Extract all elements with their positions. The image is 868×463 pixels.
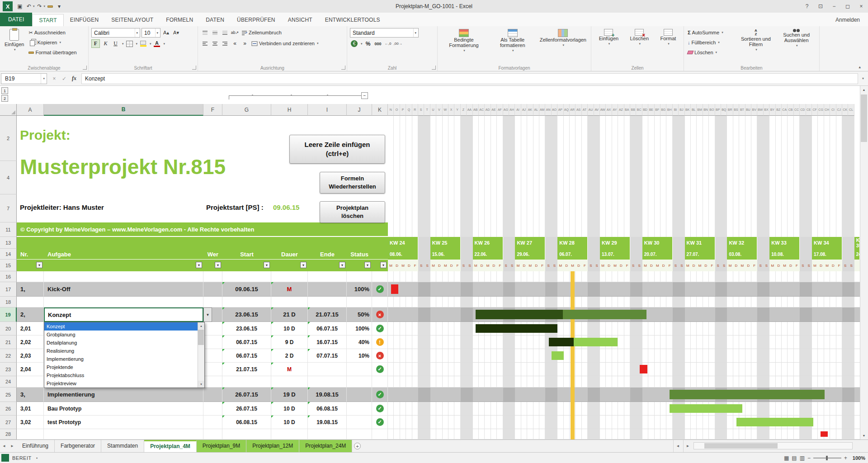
minimize-button[interactable]: −: [827, 0, 841, 13]
percent-style-icon[interactable]: %: [364, 39, 373, 48]
row-header-13[interactable]: 13: [0, 237, 17, 249]
dialog-launcher-icon[interactable]: [192, 66, 196, 70]
column-header-J[interactable]: J: [347, 104, 372, 116]
font-color-button[interactable]: A: [153, 39, 161, 48]
cell-K26[interactable]: ✓: [372, 402, 388, 416]
number-format-dropdown-icon[interactable]: ▾: [413, 28, 417, 37]
cell-H24[interactable]: [271, 376, 308, 387]
align-top-icon[interactable]: [201, 28, 209, 37]
excel-app-icon[interactable]: X: [3, 1, 13, 11]
zoom-slider[interactable]: [813, 458, 841, 458]
column-header-A[interactable]: A: [17, 104, 44, 116]
cell-G25[interactable]: 26.07.15: [222, 387, 271, 402]
autosum-dropdown-icon[interactable]: ▾: [722, 31, 723, 34]
cell-A24[interactable]: [17, 376, 44, 387]
select-all-button[interactable]: [0, 104, 17, 116]
filter-button-B[interactable]: ▼: [196, 262, 202, 268]
row-header-25[interactable]: 25: [0, 387, 17, 402]
vscroll-thumb[interactable]: [861, 94, 867, 142]
cell-I28[interactable]: [308, 429, 347, 439]
cell-A28[interactable]: [17, 429, 44, 439]
row-header-16[interactable]: 16: [0, 271, 17, 282]
insert-cells-dropdown-icon[interactable]: ▾: [609, 41, 610, 47]
underline-button[interactable]: U: [111, 39, 120, 48]
dialog-launcher-icon[interactable]: [83, 66, 87, 70]
cell-A20[interactable]: 2,01: [17, 322, 44, 335]
cell-H20[interactable]: 10 D: [271, 322, 308, 335]
sheet-tab-projektplan-12m[interactable]: Projektplan_12M: [246, 440, 299, 452]
ribbon-tab-datei[interactable]: DATEI: [0, 13, 32, 26]
view-page-break-icon[interactable]: ▥: [800, 455, 805, 461]
cell-J19[interactable]: 50%: [347, 307, 372, 322]
cell-H26[interactable]: 10 D: [271, 402, 308, 416]
filter-button-F[interactable]: ▼: [215, 262, 221, 268]
outline-level-1[interactable]: 1: [1, 87, 8, 94]
cell-H16[interactable]: [271, 271, 308, 282]
cell-H27[interactable]: 10 D: [271, 416, 308, 429]
cell-B17[interactable]: Kick-Off: [44, 282, 203, 297]
row-header-14[interactable]: 14: [0, 249, 17, 260]
cell-A21[interactable]: 2,02: [17, 335, 44, 349]
cell-G24[interactable]: [222, 376, 271, 387]
copy-dropdown-icon[interactable]: ▾: [59, 41, 61, 44]
delete-cells-dropdown-icon[interactable]: ▾: [639, 41, 641, 47]
ribbon-tab-ansicht[interactable]: ANSICHT: [282, 14, 319, 26]
cell-F16[interactable]: [203, 271, 222, 282]
cell-K19[interactable]: ×: [372, 307, 388, 322]
dropdown-item-3[interactable]: Realisierung: [44, 347, 198, 355]
column-header-H[interactable]: H: [271, 104, 308, 116]
row-header-18[interactable]: 18: [0, 297, 17, 307]
ribbon-tab-seitenlayout[interactable]: SEITENLAYOUT: [105, 14, 160, 26]
ribbon-tab-start[interactable]: START: [32, 14, 63, 26]
cell-G20[interactable]: 23.06.15: [222, 322, 271, 335]
paste-button[interactable]: Einfügen ▾: [3, 28, 26, 64]
cell-F20[interactable]: [203, 322, 222, 335]
column-header-I[interactable]: I: [308, 104, 347, 116]
underline-dropdown-icon[interactable]: ▾: [122, 42, 124, 46]
find-select-dropdown-icon[interactable]: ▾: [796, 43, 798, 48]
cell-J27[interactable]: [347, 416, 372, 429]
number-format-select[interactable]: Standard▾: [350, 28, 419, 38]
cell-G17[interactable]: 09.06.15: [222, 282, 271, 297]
font-color-dropdown-icon[interactable]: ▾: [164, 42, 165, 46]
cell-A18[interactable]: [17, 297, 44, 307]
row-header-19[interactable]: 19: [0, 307, 17, 322]
name-box[interactable]: B19 ▾: [1, 73, 47, 84]
row-header-17[interactable]: 17: [0, 282, 17, 297]
cell-H22[interactable]: 2 D: [271, 349, 308, 363]
fill-dropdown-icon[interactable]: ▾: [718, 41, 720, 44]
dropdown-item-6[interactable]: Projektabschluss: [44, 371, 198, 379]
filter-button-I[interactable]: ▼: [339, 262, 345, 268]
dialog-launcher-icon[interactable]: [341, 66, 345, 70]
font-family-select[interactable]: Calibri▾: [91, 28, 140, 38]
vscroll-up-icon[interactable]: ▲: [860, 86, 868, 94]
cell-G28[interactable]: [222, 429, 271, 439]
zoom-in-icon[interactable]: +: [844, 455, 847, 461]
row-header-27[interactable]: 27: [0, 416, 17, 429]
cell-K22[interactable]: ×: [372, 349, 388, 363]
cell-I19[interactable]: 21.07.15: [308, 307, 347, 322]
row-header-26[interactable]: 26: [0, 402, 17, 416]
format-as-table-dropdown-icon[interactable]: ▾: [512, 48, 514, 53]
dropdown-item-1[interactable]: Grobplanung: [44, 331, 198, 339]
filter-button-A[interactable]: ▼: [36, 262, 42, 268]
zoom-out-icon[interactable]: −: [807, 455, 811, 461]
comma-style-icon[interactable]: 000: [374, 39, 382, 48]
zoom-slider-knob[interactable]: [826, 456, 828, 460]
column-header-B[interactable]: B: [44, 104, 203, 116]
cell-B28[interactable]: [44, 429, 203, 439]
decrease-decimal-icon[interactable]: ,00→: [394, 39, 402, 48]
cell-G19[interactable]: 23.06.15: [222, 307, 271, 322]
cell-I26[interactable]: 06.08.15: [308, 402, 347, 416]
cell-K17[interactable]: ✓: [372, 282, 388, 297]
delete-cells-button[interactable]: Löschen ▾: [628, 28, 651, 64]
dropdown-item-5[interactable]: Projektende: [44, 363, 198, 371]
cell-J21[interactable]: 40%: [347, 335, 372, 349]
cell-F18[interactable]: [203, 297, 222, 307]
ribbon-tab-daten[interactable]: DATEN: [199, 14, 231, 26]
bold-button[interactable]: F: [91, 39, 100, 48]
cell-J26[interactable]: [347, 402, 372, 416]
restore-formulas-button[interactable]: FormelnWiederherstellen: [320, 172, 385, 194]
ribbon-tab-einfuegen[interactable]: EINFÜGEN: [64, 14, 105, 26]
decrease-indent-icon[interactable]: «: [231, 39, 239, 48]
